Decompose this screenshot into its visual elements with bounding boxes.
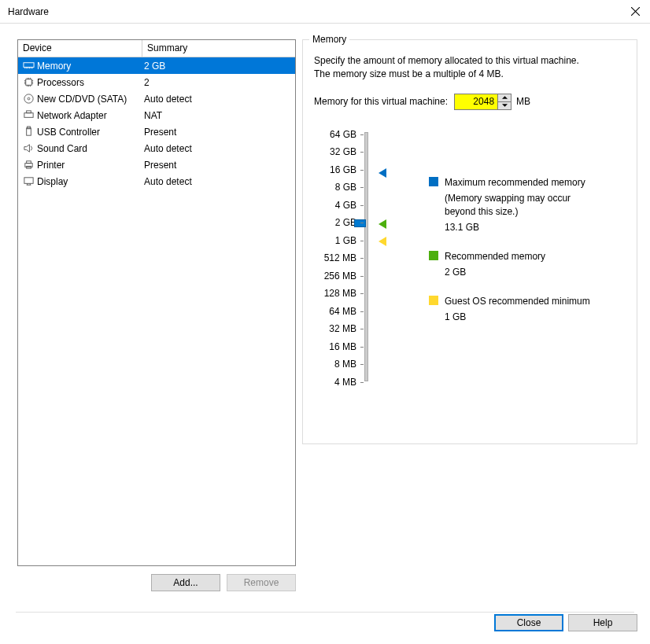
device-table: Device Summary Memory 2 GB Processors 2 … [17, 39, 296, 566]
legend-max-label: Maximum recommended memory [445, 176, 585, 190]
svg-rect-9 [25, 79, 31, 86]
legend-max-note: (Memory swapping may occur beyond this s… [445, 192, 598, 219]
sound-icon [21, 142, 35, 154]
svg-marker-40 [379, 237, 386, 246]
groupbox-legend: Memory [309, 34, 349, 45]
table-row-display[interactable]: Display Auto detect [18, 173, 295, 190]
summary-label: Present [144, 127, 295, 138]
device-label: Sound Card [37, 143, 144, 154]
legend-min-value: 1 GB [445, 311, 598, 322]
table-row-processors[interactable]: Processors 2 [18, 74, 295, 90]
svg-marker-28 [24, 145, 29, 152]
window-title: Hardware [8, 6, 49, 17]
device-label: Processors [37, 77, 144, 88]
summary-label: Present [144, 160, 295, 171]
memory-input-label: Memory for this virtual machine: [314, 96, 448, 107]
close-icon[interactable] [626, 3, 644, 20]
table-row-memory[interactable]: Memory 2 GB [18, 57, 295, 74]
memory-input[interactable] [455, 94, 497, 109]
memory-description: Specify the amount of memory allocated t… [314, 54, 626, 81]
svg-rect-30 [26, 161, 31, 164]
table-row-network[interactable]: Network Adapter NAT [18, 107, 295, 123]
memory-spinbox[interactable] [454, 94, 512, 110]
svg-rect-2 [23, 63, 33, 68]
svg-marker-39 [379, 219, 386, 229]
summary-label: 2 GB [144, 61, 295, 72]
svg-point-22 [24, 94, 32, 103]
table-row-printer[interactable]: Printer Present [18, 156, 295, 173]
column-header-summary[interactable]: Summary [142, 40, 295, 57]
device-label: Display [37, 176, 144, 187]
device-label: Printer [37, 160, 144, 171]
add-button[interactable]: Add... [151, 574, 220, 591]
slider-tick-labels: 64 GB 32 GB 16 GB 8 GB 4 GB 2 GB 1 GB 51… [314, 129, 361, 395]
cpu-icon [21, 76, 35, 88]
close-button[interactable]: Close [494, 614, 563, 631]
usb-icon [21, 126, 35, 138]
spin-up-icon[interactable] [498, 94, 511, 102]
blue-square-icon [429, 177, 438, 186]
device-label: New CD/DVD (SATA) [37, 94, 144, 105]
titlebar: Hardware [0, 0, 650, 24]
table-row-usb[interactable]: USB Controller Present [18, 123, 295, 140]
network-icon [21, 109, 35, 121]
memory-unit: MB [516, 96, 530, 107]
table-row-sound[interactable]: Sound Card Auto detect [18, 140, 295, 156]
legend-rec-label: Recommended memory [445, 250, 545, 263]
memory-icon [21, 60, 35, 72]
svg-marker-36 [502, 96, 508, 99]
min-marker-icon [379, 237, 386, 248]
device-label: Memory [37, 61, 144, 72]
summary-label: 2 [144, 77, 295, 88]
legend-rec-value: 2 GB [445, 267, 598, 278]
spin-down-icon[interactable] [498, 102, 511, 109]
column-header-device[interactable]: Device [18, 40, 142, 57]
memory-groupbox: Memory Specify the amount of memory allo… [302, 39, 637, 444]
svg-rect-24 [24, 113, 32, 118]
max-marker-icon [379, 168, 386, 180]
help-button[interactable]: Help [568, 614, 637, 631]
summary-label: Auto detect [144, 143, 295, 154]
summary-label: Auto detect [144, 176, 295, 187]
disc-icon [21, 93, 35, 105]
svg-marker-38 [379, 168, 386, 178]
svg-rect-32 [24, 178, 32, 184]
rec-marker-icon [379, 219, 386, 231]
summary-label: NAT [144, 110, 295, 121]
yellow-square-icon [429, 296, 438, 305]
device-label: Network Adapter [37, 110, 144, 121]
green-square-icon [429, 251, 438, 260]
table-row-cddvd[interactable]: New CD/DVD (SATA) Auto detect [18, 90, 295, 107]
printer-icon [21, 159, 35, 171]
svg-rect-25 [26, 111, 31, 113]
summary-label: Auto detect [144, 94, 295, 105]
legend-max-value: 13.1 GB [445, 222, 598, 233]
memory-slider[interactable] [361, 132, 372, 381]
svg-marker-37 [502, 104, 508, 107]
device-label: USB Controller [37, 127, 144, 138]
svg-point-23 [28, 98, 30, 100]
remove-button: Remove [227, 574, 296, 591]
display-icon [21, 175, 35, 187]
legend-min-label: Guest OS recommended minimum [445, 295, 590, 308]
